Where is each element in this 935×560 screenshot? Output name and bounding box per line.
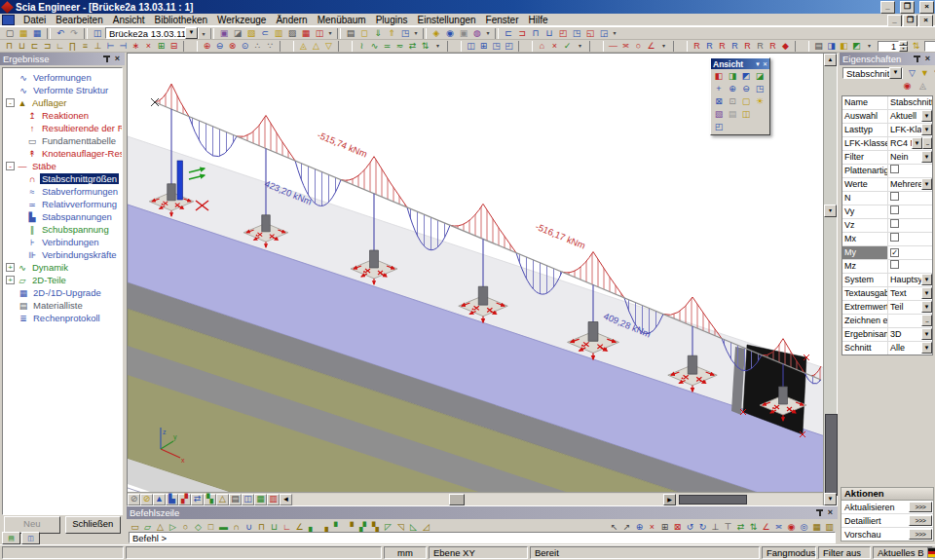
view-x-icon[interactable]: ◧ bbox=[712, 70, 726, 83]
ansicht-caption[interactable]: Ansicht ▼ ✕ bbox=[711, 58, 769, 69]
tree-item[interactable]: + ▱ 2D-Teile bbox=[3, 274, 122, 286]
zoom-selection-icon[interactable]: ⊡ bbox=[726, 95, 739, 108]
view-settings-icon[interactable]: ▧ bbox=[712, 108, 726, 121]
status-filter[interactable]: Filter aus bbox=[818, 546, 871, 559]
horizontal-scrollbar[interactable]: ▶ bbox=[293, 494, 822, 505]
dropdown-arrow-icon[interactable]: ▼ bbox=[921, 287, 932, 299]
project-window-icon[interactable]: ◫ bbox=[91, 27, 104, 39]
view-save-icon[interactable]: ▤ bbox=[726, 108, 739, 121]
render-view-icon[interactable]: ▚ bbox=[204, 494, 216, 505]
toolbar-icon[interactable]: ▾ bbox=[431, 40, 444, 52]
frame-view-icon-7[interactable]: ◱ bbox=[583, 27, 597, 39]
action-button[interactable]: >>> bbox=[909, 515, 932, 526]
project-combobox[interactable]: Brücke2a 13.03.11 ▼ bbox=[105, 27, 199, 39]
check-icon[interactable]: ✓ bbox=[561, 40, 574, 52]
layers-icon[interactable]: ▣ bbox=[457, 27, 470, 39]
window-icon-4[interactable]: ◰ bbox=[503, 40, 515, 52]
member-tool-icon-2[interactable]: ⊔ bbox=[16, 40, 28, 52]
half-view-icon[interactable]: ◨ bbox=[825, 40, 838, 52]
points-icon-1[interactable]: ∴ bbox=[251, 40, 264, 52]
status-plane[interactable]: Ebene XY bbox=[429, 546, 528, 559]
mdi-child-icon[interactable] bbox=[2, 15, 15, 25]
shrink-view-icon[interactable]: △ bbox=[216, 494, 229, 505]
tree-item[interactable]: ▙ Stabspannungen bbox=[3, 210, 122, 223]
toolbar-icon[interactable] bbox=[338, 41, 353, 52]
menu-item[interactable]: Datei bbox=[19, 14, 51, 26]
load-icon-5[interactable]: ⇄ bbox=[406, 40, 419, 52]
paperclip-icon[interactable]: ⊂ bbox=[258, 27, 272, 39]
clip-toggle-icon[interactable]: ⊘ bbox=[128, 494, 140, 505]
property-value[interactable]: RC4 NL ▼ ... bbox=[888, 137, 932, 150]
clipping-box-icon[interactable]: ▢ bbox=[739, 95, 753, 108]
axes-view-icon[interactable]: ⇄ bbox=[191, 494, 204, 505]
toolbar-icon[interactable] bbox=[795, 41, 809, 52]
property-value[interactable]: ▼ ... bbox=[888, 233, 932, 245]
close-icon[interactable]: × bbox=[826, 508, 835, 517]
property-value[interactable]: Aktuell ▼ ... bbox=[888, 110, 932, 123]
grid-view-icon[interactable]: ▤ bbox=[229, 494, 242, 505]
window-icon-1[interactable]: ◫ bbox=[465, 40, 477, 52]
scroll-split-icon[interactable]: ▾ bbox=[824, 205, 837, 217]
checkbox[interactable] bbox=[890, 219, 899, 228]
property-value[interactable]: 3D ▼ ... bbox=[888, 328, 932, 341]
property-value[interactable]: ▼ ... bbox=[888, 219, 932, 232]
menu-item[interactable]: Ändern bbox=[271, 14, 312, 26]
close-button[interactable]: × bbox=[919, 1, 934, 14]
equal-result-icon[interactable]: ≍ bbox=[619, 40, 632, 52]
support-icon-1[interactable]: ◬ bbox=[297, 40, 310, 52]
scrollbar-dark-segment[interactable] bbox=[679, 495, 747, 504]
toolbar-icon[interactable]: ▾ bbox=[863, 40, 876, 52]
tree-item[interactable]: ∥ Schubspannung bbox=[3, 223, 122, 236]
member-tool-icon-10[interactable]: ⊣ bbox=[117, 40, 130, 52]
property-row[interactable]: N ▼ ... bbox=[842, 192, 932, 205]
save-icon[interactable]: ▦ bbox=[30, 27, 44, 39]
status-units[interactable]: mm bbox=[384, 546, 427, 559]
tree-item[interactable]: ∿ Verformungen bbox=[3, 71, 122, 84]
tree-item[interactable]: ∩ Stabschnittgrößen bbox=[3, 172, 122, 185]
property-row[interactable]: Ergebnisanz... 3D ▼ ... bbox=[842, 328, 932, 342]
report-icon[interactable]: ◫ bbox=[313, 27, 326, 39]
toolbar-icon[interactable] bbox=[447, 41, 462, 52]
result-icon-8[interactable]: ◆ bbox=[779, 40, 792, 52]
toolbar-icon[interactable] bbox=[84, 28, 88, 39]
property-row[interactable]: Lasttyp LFK-Klasse ▼ ... bbox=[842, 124, 932, 137]
pin-icon[interactable] bbox=[816, 508, 823, 517]
property-set-combobox[interactable]: Stabschnittgrö ▼ bbox=[842, 67, 903, 79]
close-icon[interactable]: ✕ bbox=[763, 60, 767, 67]
member-tool-icon-8[interactable]: ⊥ bbox=[92, 40, 104, 52]
property-row[interactable]: Schnitt Alle ▼ ... bbox=[842, 342, 932, 355]
clipboard-icon[interactable]: ◈ bbox=[430, 27, 443, 39]
scrollbar-thumb[interactable] bbox=[825, 414, 838, 496]
member-tool-icon-6[interactable]: ∏ bbox=[66, 40, 79, 52]
close-icon[interactable]: × bbox=[113, 55, 122, 63]
toolbar-icon[interactable]: ▾ bbox=[574, 40, 586, 52]
edit-pencil-icon[interactable]: ✎ bbox=[931, 67, 935, 79]
tree-expander-icon[interactable]: - bbox=[6, 98, 15, 107]
load-icon-6[interactable]: ⇅ bbox=[419, 40, 431, 52]
close-panel-button[interactable]: Schließen bbox=[65, 516, 122, 534]
property-value[interactable]: LFK-Klasse ▼ ... bbox=[888, 124, 932, 136]
zoom-in-icon[interactable]: ⊕ bbox=[726, 83, 739, 95]
image-icon[interactable]: ▨ bbox=[285, 27, 299, 39]
points-icon-2[interactable]: ∵ bbox=[264, 40, 277, 52]
tree-item[interactable]: ≃ Relativverformung bbox=[3, 198, 122, 210]
node-icon-2[interactable]: ⊖ bbox=[213, 40, 226, 52]
command-input[interactable]: Befehl > bbox=[129, 532, 836, 543]
property-row[interactable]: My ▼ ... bbox=[842, 246, 932, 260]
status-language[interactable]: Aktuelles B bbox=[873, 546, 933, 559]
load-icon-1[interactable]: ≀ bbox=[355, 40, 368, 52]
toolbar-icon[interactable]: ▾ bbox=[326, 27, 334, 39]
property-value[interactable]: ▼ ... bbox=[888, 165, 932, 177]
member-tool-icon-4[interactable]: ⊐ bbox=[41, 40, 54, 52]
tree-item[interactable]: ≣ Rechenprotokoll bbox=[3, 312, 122, 324]
dropdown-arrow-icon[interactable]: ▼ bbox=[921, 274, 932, 285]
zoom-out-icon[interactable]: ⊖ bbox=[739, 83, 753, 95]
load-icon-3[interactable]: ≃ bbox=[381, 40, 393, 52]
grid-minus-icon[interactable]: ⊟ bbox=[168, 40, 180, 52]
property-value[interactable]: Mehrere Ko ▼ ... bbox=[888, 178, 932, 191]
action-button[interactable]: >>> bbox=[909, 502, 932, 512]
scroll-left-icon[interactable]: ◂ bbox=[280, 494, 292, 505]
document-icon[interactable]: ▥ bbox=[272, 27, 285, 39]
model-viewport[interactable]: 423,20 kNm -515,74 kNm -516,17 kNm 409,2… bbox=[127, 53, 838, 506]
print-icon[interactable]: ▤ bbox=[344, 27, 357, 39]
